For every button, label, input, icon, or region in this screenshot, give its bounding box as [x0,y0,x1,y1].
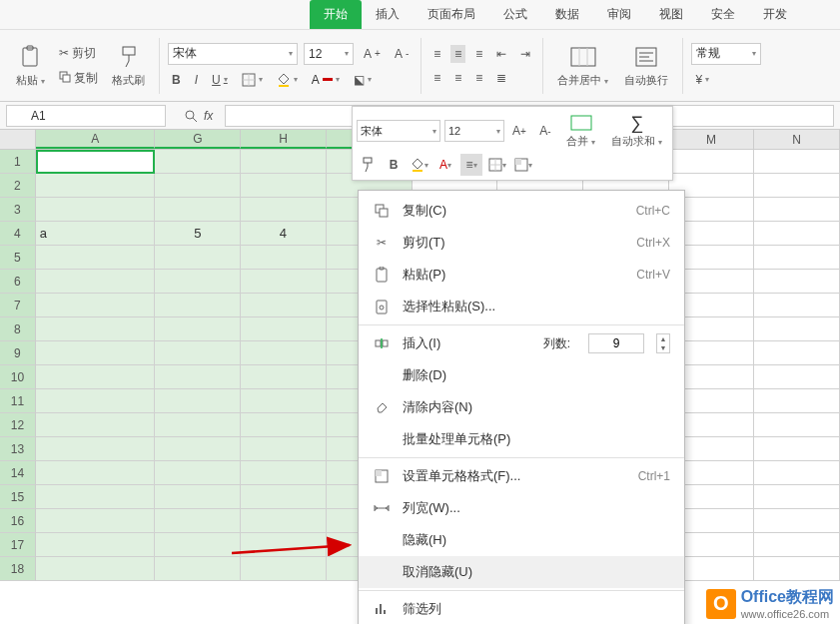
cell[interactable] [241,317,327,341]
cell[interactable] [241,557,327,581]
row-header[interactable]: 1 [0,150,36,174]
cell[interactable] [36,270,156,294]
cell[interactable] [155,389,241,413]
cell[interactable] [36,413,156,437]
row-header[interactable]: 10 [0,365,36,389]
cell[interactable] [36,365,156,389]
ft-border-icon[interactable]: ▾ [486,154,508,176]
cell[interactable]: 5 [155,222,241,246]
row-header[interactable]: 9 [0,341,36,365]
cell[interactable] [155,365,241,389]
cell[interactable] [241,341,327,365]
cell[interactable] [36,294,156,317]
select-all-corner[interactable] [0,130,36,149]
cell[interactable] [241,246,327,270]
cm-format[interactable]: 设置单元格格式(F)... Ctrl+1 [359,460,684,492]
cell[interactable] [754,365,840,389]
bold-button[interactable]: B [168,71,185,89]
col-header-M[interactable]: M [669,130,755,149]
row-header[interactable]: 11 [0,389,36,413]
font-size-select[interactable]: 12▾ [304,43,354,65]
cell[interactable] [754,174,840,198]
cell[interactable] [36,557,156,581]
cell[interactable] [754,461,840,485]
row-header[interactable]: 4 [0,222,36,246]
cm-col-width[interactable]: 列宽(W)... [359,492,684,524]
align-right-icon[interactable]: ≡ [471,69,486,87]
ft-merge-button[interactable]: 合并 ▾ [560,111,601,151]
col-header-N[interactable]: N [754,130,840,149]
cell[interactable] [155,461,241,485]
fill-color-button[interactable]: ▾ [273,71,302,89]
ft-font-select[interactable]: 宋体▾ [357,120,440,142]
cell[interactable] [754,222,840,246]
row-header[interactable]: 3 [0,198,36,222]
cell[interactable] [36,150,156,174]
align-middle-icon[interactable]: ≡ [450,45,465,63]
cell[interactable] [754,389,840,413]
cell[interactable] [155,437,241,461]
cm-clear[interactable]: 清除内容(N) [359,391,684,423]
cell[interactable] [754,150,840,174]
tab-data[interactable]: 数据 [541,0,593,29]
cell[interactable] [241,150,327,174]
row-header[interactable]: 12 [0,413,36,437]
cell[interactable] [241,294,327,317]
cell[interactable] [754,557,840,581]
cell[interactable] [241,365,327,389]
tab-review[interactable]: 审阅 [593,0,645,29]
row-header[interactable]: 16 [0,509,36,533]
cell[interactable] [754,294,840,317]
cell[interactable] [36,533,156,557]
ft-bold-icon[interactable]: B [383,154,405,176]
cell[interactable] [754,533,840,557]
cm-paste-special[interactable]: 选择性粘贴(S)... [359,291,684,322]
cell[interactable] [155,557,241,581]
cm-copy[interactable]: 复制(C) Ctrl+C [359,195,684,227]
tab-security[interactable]: 安全 [697,0,749,29]
cm-spinner[interactable]: ▲▼ [656,333,670,353]
cell[interactable] [155,270,241,294]
ft-size-select[interactable]: 12▾ [444,120,504,142]
cut-button[interactable]: ✂ 剪切 [55,43,102,64]
distribute-icon[interactable]: ≣ [492,69,510,87]
cell[interactable] [155,174,241,198]
cell[interactable] [155,317,241,341]
cell[interactable] [754,437,840,461]
italic-button[interactable]: I [191,71,202,89]
row-header[interactable]: 5 [0,246,36,270]
currency-icon[interactable]: ¥ ▾ [691,71,713,89]
ft-cell-icon[interactable]: ▾ [512,154,534,176]
col-header-A[interactable]: A [36,130,156,149]
row-header[interactable]: 2 [0,174,36,198]
name-box[interactable]: A1 [6,105,166,127]
effects-button[interactable]: ⬕ ▾ [350,71,376,89]
shrink-font-icon[interactable]: A- [391,45,413,63]
cell[interactable] [155,485,241,509]
cell[interactable] [155,246,241,270]
tab-layout[interactable]: 页面布局 [414,0,489,29]
cell[interactable] [36,317,156,341]
cell[interactable] [241,533,327,557]
ft-grow-font-icon[interactable]: A+ [508,120,530,142]
cm-unhide[interactable]: 取消隐藏(U) [359,556,684,588]
cell[interactable] [36,198,156,222]
cell[interactable] [241,174,327,198]
cell[interactable] [754,341,840,365]
cell[interactable] [36,485,156,509]
cell[interactable] [754,509,840,533]
cell[interactable] [754,270,840,294]
row-header[interactable]: 13 [0,437,36,461]
underline-button[interactable]: U ▾ [208,71,232,89]
cell[interactable] [241,413,327,437]
cell[interactable]: a [36,222,156,246]
ft-font-color-icon[interactable]: A▾ [434,154,456,176]
cell[interactable] [669,150,755,174]
row-header[interactable]: 6 [0,270,36,294]
cell[interactable] [36,437,156,461]
font-select[interactable]: 宋体▾ [168,43,298,65]
align-top-icon[interactable]: ≡ [429,45,444,63]
cell[interactable] [155,413,241,437]
align-left-icon[interactable]: ≡ [429,69,444,87]
grow-font-icon[interactable]: A+ [360,45,385,63]
